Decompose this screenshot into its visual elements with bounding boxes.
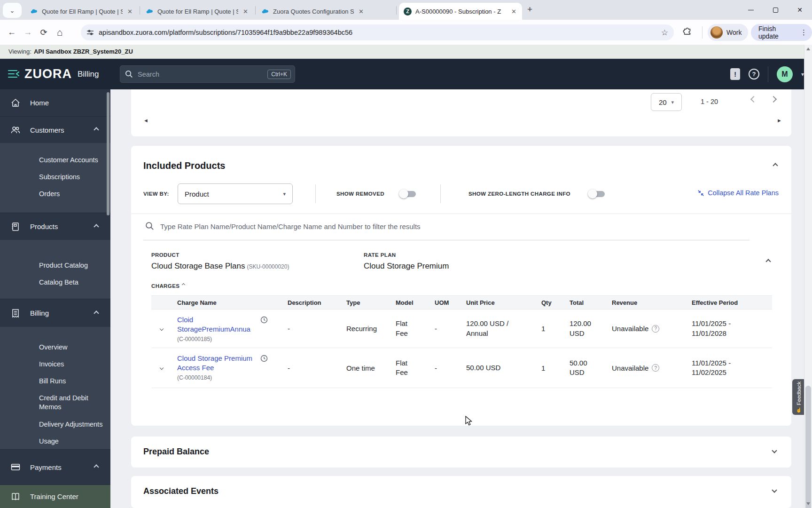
sidebar-item-catalog-beta[interactable]: Catalog Beta xyxy=(0,274,110,291)
minimize-icon xyxy=(748,10,754,10)
sidebar-item-training-center[interactable]: Training Center xyxy=(0,484,110,508)
new-tab-button[interactable]: + xyxy=(527,4,532,15)
collapse-rate-plan-icon[interactable] xyxy=(765,259,771,264)
clock-history-icon[interactable] xyxy=(260,355,268,362)
sidebar-item-label: Bill Runs xyxy=(39,377,66,385)
product-name: Billing xyxy=(78,70,99,79)
charge-row: Cloud Storage Premium Access Fee (C-0000… xyxy=(151,348,772,388)
prepaid-balance-card[interactable]: Prepaid Balance xyxy=(131,437,791,468)
user-avatar[interactable]: M xyxy=(777,66,793,82)
sidebar-item-home[interactable]: Home xyxy=(0,89,110,116)
sidebar-item-subscriptions[interactable]: Subscriptions xyxy=(0,168,110,185)
question-circle-icon[interactable]: ? xyxy=(652,364,659,372)
scrollbar-up-icon[interactable] xyxy=(806,48,810,50)
system-alert-icon[interactable]: ! xyxy=(730,68,740,80)
forward-button[interactable]: → xyxy=(20,24,36,40)
close-icon[interactable]: ✕ xyxy=(242,8,249,15)
site-info-icon[interactable] xyxy=(86,29,94,36)
charges-label-row[interactable]: CHARGES xyxy=(151,283,185,289)
browser-profile-chip[interactable]: Work xyxy=(708,24,748,41)
charge-name-link[interactable]: Cloid StoragePremiumAnnua xyxy=(177,315,257,334)
mouse-cursor xyxy=(465,416,474,426)
scrollbar-down-icon[interactable] xyxy=(806,502,810,505)
sidebar-item-customers[interactable]: Customers xyxy=(0,116,110,143)
page-size-select[interactable]: 20 ▾ xyxy=(651,93,682,111)
sidebar-item-usage[interactable]: Usage xyxy=(0,433,110,450)
sidebar-item-credit-debit-memos[interactable]: Credit and Debit Memos xyxy=(0,389,110,416)
col-uom: UOM xyxy=(429,296,461,309)
sidebar-products-submenu: Product Catalog Catalog Beta xyxy=(0,240,110,299)
scrollbar-thumb[interactable] xyxy=(805,386,811,508)
extensions-icon[interactable] xyxy=(682,26,693,36)
scroll-right-icon[interactable]: ► xyxy=(777,118,782,123)
sidebar-collapse-icon[interactable] xyxy=(8,69,20,79)
model-cell: Flat Fee xyxy=(390,310,429,348)
close-icon[interactable]: ✕ xyxy=(358,8,365,15)
sidebar-item-billing[interactable]: Billing xyxy=(0,299,110,327)
show-removed-toggle[interactable] xyxy=(399,189,416,198)
sidebar-item-label: Training Center xyxy=(30,492,78,500)
page-scrollbar[interactable] xyxy=(804,45,812,508)
expand-row-button[interactable] xyxy=(151,310,172,348)
zero-length-toggle[interactable] xyxy=(588,189,605,198)
close-icon[interactable]: ✕ xyxy=(126,8,133,15)
help-icon[interactable]: ? xyxy=(749,69,759,79)
sidebar-item-bill-runs[interactable]: Bill Runs xyxy=(0,373,110,389)
sidebar-item-product-catalog[interactable]: Product Catalog xyxy=(0,257,110,274)
browser-tab-active[interactable]: Z A-S00000090 - Subscription - Z ✕ xyxy=(399,3,522,20)
charge-name-link[interactable]: Cloud Storage Premium Access Fee xyxy=(177,354,257,373)
pagination-next-icon[interactable] xyxy=(770,96,777,103)
chevron-down-icon[interactable] xyxy=(772,448,777,453)
global-search-input[interactable]: Search Ctrl+K xyxy=(120,65,295,83)
chevron-down-icon xyxy=(159,326,163,330)
show-removed-label: SHOW REMOVED xyxy=(336,191,384,197)
scroll-left-icon[interactable]: ◄ xyxy=(143,118,148,123)
back-button[interactable]: ← xyxy=(4,24,20,40)
home-button[interactable]: ⌂ xyxy=(52,24,68,40)
close-icon: ✕ xyxy=(797,6,803,14)
minimize-button[interactable] xyxy=(739,0,763,20)
uom-cell: - xyxy=(429,310,461,348)
sidebar-item-customer-accounts[interactable]: Customer Accounts xyxy=(0,151,110,168)
browser-tab-3[interactable]: Zuora Quotes Configuration Se ✕ xyxy=(257,3,369,20)
tab-search-button[interactable]: ⌄ xyxy=(3,3,22,18)
sidebar-item-label: Overview xyxy=(39,343,67,351)
input-underline xyxy=(143,240,750,240)
chevron-up-icon xyxy=(94,224,99,229)
browser-tab-1[interactable]: Quote for Ell Ramp | Quote | Sa ✕ xyxy=(25,3,138,20)
collapse-all-rate-plans-link[interactable]: Collapse All Rate Plans xyxy=(697,189,779,197)
bookmark-star-icon[interactable]: ☆ xyxy=(661,28,668,38)
pagination-prev-icon[interactable] xyxy=(750,96,757,103)
close-window-button[interactable]: ✕ xyxy=(788,0,812,20)
profile-avatar xyxy=(710,26,723,39)
section-title: Prepaid Balance xyxy=(143,447,209,457)
close-icon[interactable]: ✕ xyxy=(510,8,517,15)
view-by-label: VIEW BY: xyxy=(143,191,169,197)
view-by-select[interactable]: Product ▾ xyxy=(178,183,293,204)
menu-dots-icon[interactable]: ⋮ xyxy=(800,28,807,37)
feedback-button[interactable]: Feedback ☝ xyxy=(792,379,805,415)
associated-events-card[interactable]: Associated Events xyxy=(131,476,791,508)
sidebar-item-invoices[interactable]: Invoices xyxy=(0,356,110,373)
zero-length-label: SHOW ZERO-LENGTH CHARGE INFO xyxy=(468,191,570,197)
charge-filter-input[interactable]: Type Rate Plan Name/Product Name/Charge … xyxy=(131,214,791,240)
sidebar-item-products[interactable]: Products xyxy=(0,213,110,240)
url-bar[interactable]: apisandbox.zuora.com/platform/subscripti… xyxy=(81,24,674,40)
browser-tab-2[interactable]: Quote for Ell Ramp | Quote | Sa ✕ xyxy=(141,3,254,20)
reload-button[interactable]: ⟳ xyxy=(36,24,52,40)
question-circle-icon[interactable]: ? xyxy=(652,325,659,333)
collapse-section-icon[interactable] xyxy=(773,163,778,168)
chevron-down-icon[interactable] xyxy=(772,487,777,492)
toggle-knob xyxy=(588,189,597,198)
sidebar-item-delivery-adjustments[interactable]: Delivery Adjustments xyxy=(0,416,110,433)
sidebar-item-overview[interactable]: Overview xyxy=(0,339,110,356)
sidebar-item-payments[interactable]: Payments xyxy=(0,449,110,484)
header-right-controls: ! ? M ▾ xyxy=(730,59,804,89)
finish-update-button[interactable]: Finish update ⋮ xyxy=(751,24,812,41)
clock-history-icon[interactable] xyxy=(260,316,268,324)
chevron-up-icon xyxy=(94,127,99,132)
sidebar-scrollbar-thumb[interactable] xyxy=(107,92,109,215)
expand-row-button[interactable] xyxy=(151,348,172,388)
maximize-button[interactable] xyxy=(763,0,788,20)
sidebar-item-orders[interactable]: Orders xyxy=(0,185,110,202)
